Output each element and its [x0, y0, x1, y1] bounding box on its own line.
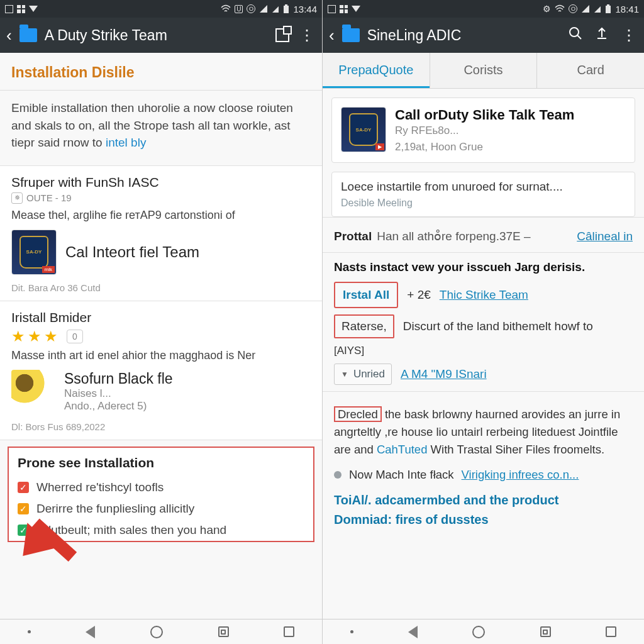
checkbox-icon[interactable]: ✓	[18, 482, 29, 493]
card2-subname: Ssofurn Black fle	[64, 370, 173, 387]
raterse-box[interactable]: Raterse,	[334, 314, 394, 338]
result-card-2[interactable]: Iristall Bmider ★ ★ ★ 0 Masse inth art i…	[0, 301, 322, 440]
svg-rect-0	[284, 6, 289, 13]
nav-back-icon[interactable]	[408, 626, 418, 638]
nav-bar-right	[323, 619, 644, 644]
tab-prepadquote[interactable]: PrepadQuote	[323, 53, 430, 88]
card1-badge: OUTE - 19	[26, 192, 72, 203]
install-option-1[interactable]: ✓ Wherred re'tishcyl toofls	[9, 477, 313, 498]
notif-grid-icon	[340, 5, 348, 13]
app-title: A Duty Strike Team	[45, 27, 268, 44]
nav-home-icon[interactable]	[472, 626, 485, 638]
drecled-box: Drecled	[334, 406, 382, 422]
app-title-text: Call orDuty Slike Talk Team	[395, 107, 574, 123]
svg-rect-1	[285, 4, 287, 6]
intro-paragraph: Emible installation then uhorolie a now …	[0, 91, 322, 166]
app-header-card[interactable]: SA-DY ▶ Call orDuty Slike Talk Team Ry R…	[331, 97, 635, 163]
bullet-text: Now Mach Inte fłack	[349, 468, 454, 482]
card2-subsub1: Naises l...	[64, 387, 173, 400]
battery-icon	[605, 4, 611, 14]
nav-square-icon[interactable]	[606, 626, 616, 637]
protal-row: Prottal Han all atho̊re forpeng.37E – Câ…	[323, 217, 644, 253]
star-icon: ★	[44, 328, 58, 345]
plus2-text: + 2€	[407, 288, 431, 302]
more-menu-icon[interactable]: ⋮	[619, 26, 638, 44]
u-icon: U	[235, 5, 243, 13]
intro-link[interactable]: intel bly	[106, 136, 146, 149]
info-line1: Loece instartile from unuroed for surnat…	[341, 180, 626, 194]
cahtuted-link[interactable]: CahTuted	[377, 443, 428, 456]
nav-recent-icon[interactable]	[540, 626, 551, 637]
corner-badge: mik	[42, 266, 55, 273]
battery-icon	[283, 4, 289, 14]
nav-back-icon[interactable]	[86, 626, 95, 638]
nav-recent-icon[interactable]	[218, 626, 229, 637]
folder-icon	[342, 28, 360, 42]
protal-val: Han all atho̊re forpeng.37E –	[377, 229, 530, 243]
blue-heading-1[interactable]: ToiAl/. adcamermbed and the product	[323, 484, 644, 511]
upload-icon[interactable]	[592, 26, 611, 45]
rate-button[interactable]: 0	[67, 330, 83, 343]
signal-icon	[259, 4, 268, 13]
install-header: Prone see Installation	[9, 448, 313, 477]
gear-icon: ⚙	[543, 4, 551, 14]
wifi-icon	[555, 4, 565, 13]
section-header: Installation Dislile	[0, 53, 322, 91]
nav-dot-icon[interactable]	[28, 630, 31, 633]
app-bar-left: ‹ A Duty Strike Team ⋮	[0, 18, 322, 53]
card1-appname: Cal Inteort fiel Team	[65, 243, 199, 261]
bullet-dot-icon	[334, 471, 341, 479]
notif-grid-icon	[17, 5, 25, 13]
info-card[interactable]: Loece instartile from unuroed for surnat…	[331, 172, 635, 217]
notif-triangle-icon	[29, 6, 38, 12]
shield-icon: SA-DY	[19, 236, 48, 269]
o-icon: O	[569, 4, 577, 13]
steps-heading: Nasts instact vew your isscueh Jarg deri…	[334, 260, 633, 274]
app-publisher: Ry RFEь8o...	[395, 125, 574, 137]
search-icon[interactable]	[566, 26, 585, 45]
signal-icon	[581, 4, 590, 13]
content-right: PrepadQuote Corists Card SA-DY ▶ Call or…	[323, 53, 644, 619]
card1-desc: Mease thel, arglihe fie rетAP9 cartonsti…	[0, 209, 322, 228]
tab-bar: PrepadQuote Corists Card	[323, 53, 644, 89]
tab-card[interactable]: Card	[537, 53, 644, 88]
left-pane: U O 13:44 ‹ A Duty Strike Team ⋮ Install…	[0, 0, 322, 644]
nav-home-icon[interactable]	[150, 626, 163, 638]
corner-badge: ▶	[375, 143, 384, 150]
tab-corists[interactable]: Corists	[430, 53, 537, 88]
svg-line-5	[577, 35, 581, 39]
app-date: 2,19at, Hoon Grue	[395, 141, 574, 153]
flower-icon	[11, 370, 55, 414]
card1-title: Sfruper with FunSh IASC	[0, 166, 322, 192]
status-time: 13:44	[293, 4, 317, 14]
notif-triangle-icon	[352, 6, 360, 12]
star-icon: ★	[11, 328, 25, 345]
content-left: Installation Dislile Emible installation…	[0, 53, 322, 619]
install-all-button[interactable]: Irstal All	[334, 282, 398, 308]
svg-rect-3	[607, 4, 609, 6]
unried-dropdown[interactable]: ▼ Unried	[334, 364, 392, 385]
notif-square-icon	[5, 5, 13, 13]
more-menu-icon[interactable]: ⋮	[297, 26, 316, 44]
signal2-icon	[272, 4, 279, 13]
card2-subsub2: Ando., Aderect 5)	[64, 400, 173, 413]
star-icon: ★	[28, 328, 42, 345]
back-button[interactable]: ‹	[6, 26, 12, 45]
virigking-link[interactable]: Virigking infrees co.n...	[462, 468, 579, 482]
o-icon: O	[247, 4, 255, 13]
long-paragraph: Drecled the bask brlowny haurned arovide…	[323, 403, 644, 463]
notif-square-icon	[328, 5, 336, 13]
result-card-1[interactable]: Sfruper with FunSh IASC ✵ OUTE - 19 Meas…	[0, 165, 322, 301]
nav-square-icon[interactable]	[284, 626, 294, 637]
strike-team-link[interactable]: Thic Strike Team	[440, 288, 528, 302]
back-button[interactable]: ‹	[329, 26, 335, 45]
badge-icon: ✵	[11, 192, 23, 204]
intro-text: Emible installation then uhorolie a now …	[11, 101, 293, 149]
window-icon[interactable]	[275, 28, 289, 42]
m4m9-link[interactable]: A M4 "M9 ISnari	[401, 367, 487, 381]
protal-link[interactable]: Câlineal in	[577, 230, 633, 243]
nav-dot-icon[interactable]	[350, 630, 353, 633]
blue-heading-2[interactable]: Domniad: fires of dusstes	[323, 511, 644, 531]
card2-foot: Dl: Bors Fus 689,2022	[0, 421, 322, 440]
ays-text: [AIYS]	[334, 345, 364, 357]
